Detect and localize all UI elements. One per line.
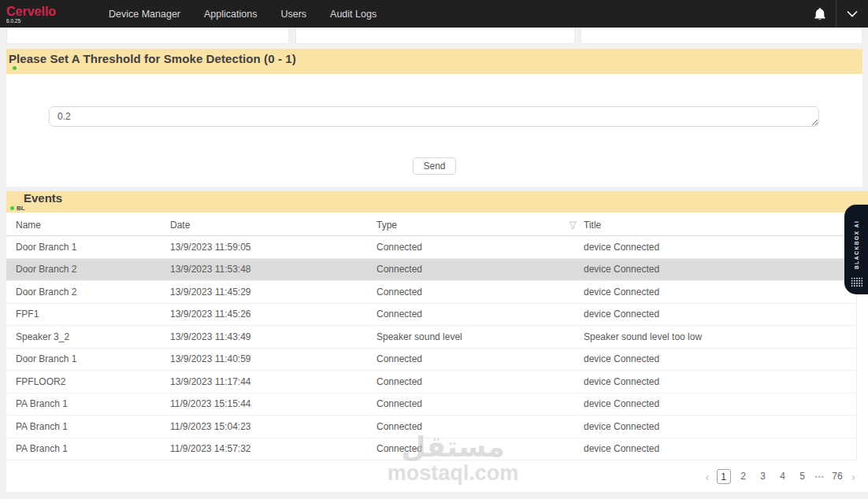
table-cell: Door Branch 2 xyxy=(16,286,170,298)
table-row[interactable]: FPF113/9/2023 11:45:26Connecteddevice Co… xyxy=(6,304,856,327)
table-row[interactable]: FPFLOOR213/9/2023 11:17:44Connecteddevic… xyxy=(6,371,856,394)
table-cell: Speaker 3_2 xyxy=(16,331,170,342)
blackbox-ai-label: BLACKBOX AI xyxy=(854,213,859,277)
status-green-dot xyxy=(10,206,14,210)
pagination-page-5[interactable]: 5 xyxy=(796,469,810,484)
pagination-page-3[interactable]: 3 xyxy=(756,469,770,484)
events-status-label: BL xyxy=(17,205,25,212)
partial-card-middle xyxy=(295,28,575,44)
table-cell: 13/9/2023 11:45:29 xyxy=(170,286,377,298)
table-row[interactable]: Door Branch 213/9/2023 11:53:48Connected… xyxy=(6,259,856,282)
table-cell: Door Branch 1 xyxy=(16,353,170,364)
events-card-header: Events BL xyxy=(6,191,868,213)
table-cell: device Connected xyxy=(584,376,856,387)
pagination-ellipsis[interactable]: ••• xyxy=(815,473,825,481)
table-row[interactable]: PA Branch 111/9/2023 14:57:32Connectedde… xyxy=(6,438,856,461)
table-row[interactable]: PA Branch 111/9/2023 15:15:44Connectedde… xyxy=(6,394,856,416)
filter-funnel-icon[interactable] xyxy=(569,221,577,230)
table-header-row: Name Date Type Title xyxy=(6,215,856,236)
table-cell: PA Branch 1 xyxy=(16,398,170,409)
threshold-card-body: 0.2 Send xyxy=(6,74,862,187)
table-cell: Door Branch 1 xyxy=(16,242,170,253)
table-cell: 13/9/2023 11:45:26 xyxy=(170,309,377,320)
nav-item-audit-logs[interactable]: Audit Logs xyxy=(330,9,377,20)
chevron-down-icon[interactable] xyxy=(836,10,868,17)
table-cell: Speaker sound level too low xyxy=(584,331,856,342)
table-cell: Connected xyxy=(377,309,584,320)
table-row[interactable]: Door Branch 213/9/2023 11:45:29Connected… xyxy=(6,281,856,304)
table-cell: 11/9/2023 14:57:32 xyxy=(170,443,377,454)
table-cell: device Connected xyxy=(584,264,856,275)
table-cell: 13/9/2023 11:59:05 xyxy=(170,242,377,253)
pagination-page-1[interactable]: 1 xyxy=(717,469,731,484)
blackbox-ai-tab[interactable]: BLACKBOX AI xyxy=(844,205,868,294)
partial-card-left xyxy=(6,28,289,44)
table-cell: Connected xyxy=(377,353,584,364)
nav-item-users[interactable]: Users xyxy=(280,9,306,20)
pagination-prev-icon[interactable]: ‹ xyxy=(704,472,711,482)
app-version: 6.0.25 xyxy=(6,18,95,24)
top-navigation-bar: Cervello 6.0.25 Device ManagerApplicatio… xyxy=(0,0,868,28)
table-row[interactable]: Door Branch 113/9/2023 11:40:59Connected… xyxy=(6,349,856,371)
table-body: Door Branch 113/9/2023 11:59:05Connected… xyxy=(6,236,856,460)
table-cell: FPFLOOR2 xyxy=(16,376,170,387)
column-header-date[interactable]: Date xyxy=(170,220,377,231)
blackbox-dots-icon xyxy=(851,277,862,287)
table-cell: device Connected xyxy=(584,309,856,320)
table-cell: Connected xyxy=(377,264,584,275)
brand-logo[interactable]: Cervello xyxy=(6,5,95,18)
threshold-input[interactable]: 0.2 xyxy=(49,106,819,127)
status-green-dot xyxy=(13,66,17,70)
threshold-card-header: Please Set A Threshold for Smoke Detecti… xyxy=(6,49,862,74)
table-cell: 13/9/2023 11:43:49 xyxy=(170,331,377,342)
pagination-page-2[interactable]: 2 xyxy=(736,469,751,484)
table-cell: 13/9/2023 11:40:59 xyxy=(170,353,377,364)
table-cell: 13/9/2023 11:17:44 xyxy=(170,376,377,387)
partial-card-right xyxy=(581,28,862,44)
table-cell: device Connected xyxy=(584,421,856,432)
table-cell: Connected xyxy=(377,443,584,454)
table-cell: PA Branch 1 xyxy=(16,421,170,432)
table-cell: device Connected xyxy=(584,353,856,364)
events-title: Events xyxy=(6,192,868,205)
table-cell: device Connected xyxy=(584,242,856,253)
table-row[interactable]: PA Branch 111/9/2023 15:04:23Connectedde… xyxy=(6,416,856,438)
table-cell: PA Branch 1 xyxy=(16,443,170,454)
column-header-type[interactable]: Type xyxy=(377,220,584,231)
table-row[interactable]: Door Branch 113/9/2023 11:59:05Connected… xyxy=(6,236,856,259)
table-cell: 11/9/2023 15:15:44 xyxy=(170,398,377,409)
events-table: Name Date Type Title Door Branch 113/9/2… xyxy=(6,215,857,460)
events-card: Events BL Name Date Type Title Door Bran… xyxy=(6,191,868,492)
topbar-right xyxy=(804,0,868,28)
column-header-name[interactable]: Name xyxy=(16,220,170,231)
table-cell: device Connected xyxy=(584,398,856,409)
send-button[interactable]: Send xyxy=(413,157,455,175)
column-header-title[interactable]: Title xyxy=(584,220,856,231)
table-cell: device Connected xyxy=(584,286,856,298)
threshold-title: Please Set A Threshold for Smoke Detecti… xyxy=(9,52,862,65)
main-nav: Device ManagerApplicationsUsersAudit Log… xyxy=(109,9,377,20)
table-cell: Connected xyxy=(377,376,584,387)
table-cell: Connected xyxy=(377,421,584,432)
nav-item-applications[interactable]: Applications xyxy=(204,9,257,20)
table-cell: Connected xyxy=(377,286,584,298)
brand-block: Cervello 6.0.25 xyxy=(0,5,95,24)
table-cell: Connected xyxy=(377,398,584,409)
table-cell: FPF1 xyxy=(16,309,170,320)
table-cell: device Connected xyxy=(584,443,856,454)
table-row[interactable]: Speaker 3_213/9/2023 11:43:49Speaker sou… xyxy=(6,326,856,349)
smoke-threshold-card: Please Set A Threshold for Smoke Detecti… xyxy=(6,49,862,187)
table-cell: Connected xyxy=(377,242,584,253)
table-cell: 13/9/2023 11:53:48 xyxy=(170,264,377,275)
pagination-next-icon[interactable]: › xyxy=(850,472,857,482)
table-cell: 11/9/2023 15:04:23 xyxy=(170,421,377,432)
nav-item-device-manager[interactable]: Device Manager xyxy=(109,9,180,20)
pagination: ‹12345•••76› xyxy=(704,469,857,484)
notification-bell-icon[interactable] xyxy=(804,7,836,21)
pagination-page-4[interactable]: 4 xyxy=(776,469,790,484)
pagination-page-76[interactable]: 76 xyxy=(830,469,844,484)
table-cell: Speaker sound level xyxy=(377,331,584,342)
table-cell: Door Branch 2 xyxy=(16,264,170,275)
